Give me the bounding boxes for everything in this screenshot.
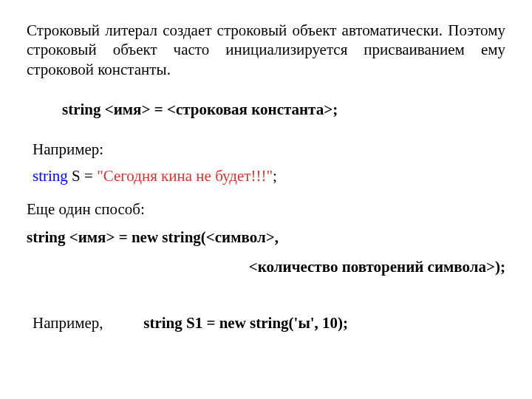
assign-op: =: [84, 167, 97, 185]
more-way-label: Еще один способ:: [27, 200, 505, 219]
keyword-string: string: [33, 167, 68, 185]
syntax-line-2a: string <имя> = new string(<символ>,: [27, 228, 505, 247]
syntax-line-2b: <количество повторений символа>);: [27, 257, 505, 276]
syntax-line-1: string <имя> = <строковая константа>;: [62, 100, 505, 119]
example-row-2: Например, string S1 = new string('ы', 10…: [33, 313, 505, 332]
example-label-2: Например,: [33, 313, 140, 332]
var-name: S: [68, 167, 84, 185]
semicolon: ;: [273, 167, 277, 185]
intro-paragraph: Строковый литерал создает строковый объе…: [27, 21, 505, 79]
code-example-2: string S1 = new string('ы', 10);: [143, 314, 348, 332]
example-label-1: Например:: [33, 140, 505, 159]
code-example-1: string S = "Сегодня кина не будет!!!";: [33, 166, 505, 185]
string-literal: "Сегодня кина не будет!!!": [97, 167, 273, 185]
